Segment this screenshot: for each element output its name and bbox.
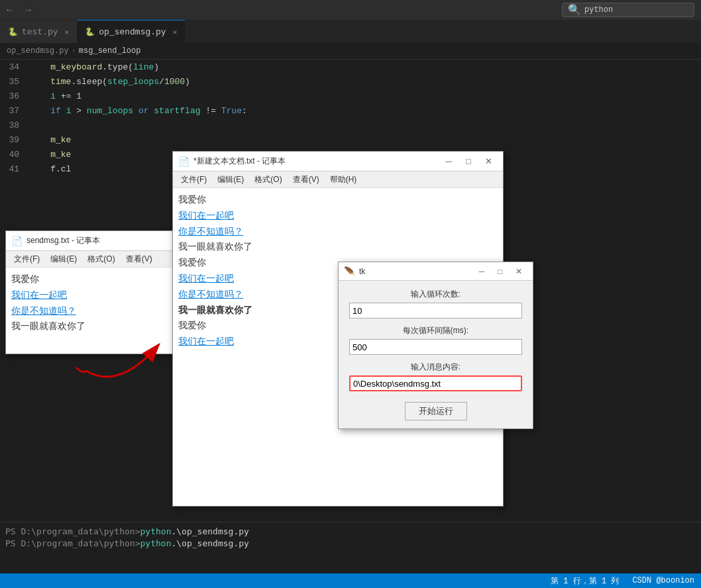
- tabs-bar: 🐍 test.py ✕ 🐍 op_sendmsg.py ✕: [0, 20, 701, 43]
- tk-titlebar: 🪶 tk ─ □ ✕: [339, 262, 533, 281]
- notepad-close-btn[interactable]: ✕: [479, 154, 498, 169]
- nav-back-icon[interactable]: ←: [7, 5, 12, 15]
- annotation-arrow-tail: [76, 368, 86, 372]
- line-zaiyi: 我们在一起吧: [11, 287, 172, 303]
- statusbar-attribution: CSDN @boonion: [632, 576, 694, 585]
- code-line-35: 35 time.sleep(step_loops/1000): [0, 74, 701, 89]
- tk-dialog: 🪶 tk ─ □ ✕ 输入循环次数: 每次循环间隔(ms): 输入消息内容: 开…: [338, 262, 533, 429]
- notepad-maximize-btn[interactable]: □: [459, 154, 478, 169]
- line-num-40: 40: [0, 150, 30, 160]
- notepad-large-controls[interactable]: ─ □ ✕: [439, 154, 498, 169]
- line-code-34: m_keyboard.type(line): [30, 62, 159, 72]
- code-line-36: 36 i += 1: [0, 89, 701, 103]
- large-line-4: 我一眼就喜欢你了: [178, 239, 498, 255]
- tk-controls[interactable]: ─ □ ✕: [473, 265, 527, 278]
- line-code-39: m_ke: [30, 135, 71, 145]
- notepad-small-content: 我爱你 我们在一起吧 你是不知道吗？ 我一眼就喜欢你了: [6, 268, 177, 354]
- code-line-39: 39 m_ke: [0, 132, 701, 147]
- menu-format-small[interactable]: 格式(O): [82, 252, 120, 267]
- breadcrumb-separator: ›: [72, 46, 76, 56]
- statusbar-position: 第 1 行，第 1 列: [551, 575, 619, 587]
- tk-maximize-btn[interactable]: □: [492, 265, 509, 278]
- menu-edit-small[interactable]: 编辑(E): [45, 252, 82, 267]
- notepad-large-title: *新建文本文档.txt - 记事本: [193, 156, 435, 167]
- term-arg-1: .\op_sendmsg.py: [171, 526, 248, 536]
- tab-close-opsendmsg[interactable]: ✕: [173, 28, 178, 36]
- terminal-area: PS D:\program_data\python> python .\op_s…: [0, 522, 701, 573]
- line-num-34: 34: [0, 62, 30, 72]
- menu-format-large[interactable]: 格式(O): [249, 172, 287, 187]
- line-num-36: 36: [0, 91, 30, 101]
- term-cmd-2: python: [140, 538, 172, 548]
- menu-file-large[interactable]: 文件(F): [176, 172, 212, 187]
- nav-forward-icon[interactable]: →: [25, 5, 30, 15]
- notepad-small-menubar[interactable]: 文件(F) 编辑(E) 格式(O) 查看(V): [6, 251, 177, 268]
- tab-label-testpy: test.py: [22, 27, 58, 37]
- term-path-2: PS D:\program_data\python>: [5, 538, 140, 548]
- vscode-topbar: ← → 🔍 python: [0, 0, 701, 20]
- tk-input-loops[interactable]: [349, 303, 522, 318]
- menu-help-large[interactable]: 帮助(H): [325, 172, 362, 187]
- line-code-41: f.cl: [30, 164, 71, 174]
- tk-input-content[interactable]: [349, 375, 522, 391]
- terminal-line-2: PS D:\program_data\python> python .\op_s…: [5, 537, 696, 549]
- menu-view-large[interactable]: 查看(V): [288, 172, 325, 187]
- notepad-small-titlebar: 📄 sendmsg.txt - 记事本: [6, 231, 177, 251]
- notepad-minimize-btn[interactable]: ─: [439, 154, 458, 169]
- line-aini: 我爱你: [11, 271, 172, 287]
- large-line-3: 你是不知道吗？: [178, 224, 498, 240]
- search-text: python: [584, 5, 613, 15]
- menu-file-small[interactable]: 文件(F): [9, 252, 45, 267]
- tk-title: tk: [359, 267, 469, 276]
- tk-label-interval: 每次循环间隔(ms):: [349, 325, 522, 336]
- line-xihuan: 我一眼就喜欢你了: [11, 318, 172, 334]
- tk-label-loops: 输入循环次数:: [349, 289, 522, 300]
- tab-icon-testpy: 🐍: [8, 27, 18, 37]
- tk-close-btn[interactable]: ✕: [510, 265, 527, 278]
- terminal-line-1: PS D:\program_data\python> python .\op_s…: [5, 525, 696, 537]
- tab-close-testpy[interactable]: ✕: [65, 28, 70, 36]
- tk-icon: 🪶: [344, 266, 355, 277]
- large-line-1: 我爱你: [178, 192, 498, 208]
- line-num-39: 39: [0, 135, 30, 145]
- tab-opsendmsg[interactable]: 🐍 op_sendmsg.py ✕: [77, 20, 185, 43]
- notepad-small-icon: 📄: [11, 236, 23, 246]
- tk-minimize-btn[interactable]: ─: [473, 265, 490, 278]
- line-num-41: 41: [0, 164, 30, 174]
- code-line-37: 37 if i > num_loops or startflag != True…: [0, 103, 701, 118]
- line-num-35: 35: [0, 77, 30, 87]
- search-bar[interactable]: 🔍 python: [562, 3, 694, 17]
- line-num-37: 37: [0, 106, 30, 116]
- notepad-large-titlebar: 📄 *新建文本文档.txt - 记事本 ─ □ ✕: [173, 152, 503, 172]
- tk-label-content: 输入消息内容:: [349, 362, 522, 373]
- code-line-34: 34 m_keyboard.type(line): [0, 60, 701, 74]
- line-zhidao: 你是不知道吗？: [11, 303, 172, 319]
- large-line-2: 我们在一起吧: [178, 208, 498, 224]
- notepad-large-icon: 📄: [178, 156, 189, 167]
- statusbar: 第 1 行，第 1 列 CSDN @boonion: [0, 573, 701, 588]
- line-code-37: if i > num_loops or startflag != True:: [30, 106, 247, 116]
- term-arg-2: .\op_sendmsg.py: [171, 538, 248, 548]
- breadcrumb: op_sendmsg.py › msg_send_loop: [0, 43, 701, 60]
- menu-edit-large[interactable]: 编辑(E): [212, 172, 249, 187]
- term-cmd-1: python: [140, 526, 172, 536]
- breadcrumb-file: op_sendmsg.py: [7, 46, 69, 56]
- notepad-large-menubar[interactable]: 文件(F) 编辑(E) 格式(O) 查看(V) 帮助(H): [173, 172, 503, 188]
- tk-body: 输入循环次数: 每次循环间隔(ms): 输入消息内容: 开始运行: [339, 281, 533, 428]
- notepad-small-title: sendmsg.txt - 记事本: [27, 235, 172, 246]
- line-code-35: time.sleep(step_loops/1000): [30, 77, 190, 87]
- menu-view-small[interactable]: 查看(V): [121, 252, 158, 267]
- tk-run-button[interactable]: 开始运行: [405, 402, 467, 420]
- breadcrumb-func: msg_send_loop: [79, 46, 141, 56]
- line-code-36: i += 1: [30, 91, 81, 101]
- tk-input-interval[interactable]: [349, 339, 522, 355]
- notepad-small: 📄 sendmsg.txt - 记事本 文件(F) 编辑(E) 格式(O) 查看…: [5, 230, 178, 354]
- line-num-38: 38: [0, 121, 30, 130]
- tab-icon-opsendmsg: 🐍: [85, 27, 95, 37]
- tab-label-opsendmsg: op_sendmsg.py: [99, 27, 166, 37]
- tab-testpy[interactable]: 🐍 test.py ✕: [0, 20, 77, 43]
- code-line-38: 38: [0, 118, 701, 132]
- line-code-40: m_ke: [30, 150, 71, 160]
- term-path-1: PS D:\program_data\python>: [5, 526, 140, 536]
- search-icon: 🔍: [568, 3, 581, 17]
